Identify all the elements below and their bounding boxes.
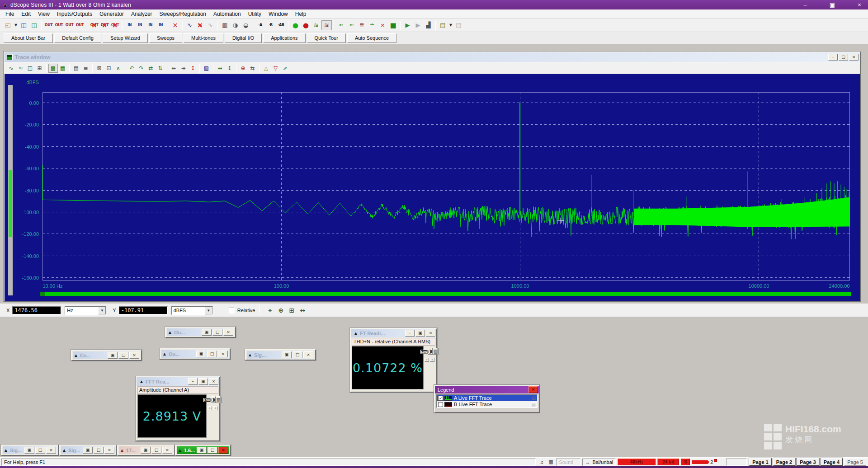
clipboard-icon[interactable]: ▤ (532, 396, 536, 401)
restore-button[interactable]: ▣ (108, 352, 118, 359)
chevron-down-icon[interactable]: ▼ (205, 307, 212, 314)
split-y-icon[interactable]: ↕ (225, 64, 234, 73)
channel-b-button[interactable]: ·B (265, 20, 276, 30)
main-titlebar[interactable]: ▲ dScope Series III - 1 Watt over 8 Ohm … (0, 0, 868, 9)
internal-meter-button[interactable]: ▥ (220, 20, 230, 30)
page-tab[interactable]: Page 4 (821, 458, 843, 466)
userbar-button[interactable]: Quick Tour (307, 33, 346, 43)
analog-view-button[interactable]: ◑ (211, 396, 216, 403)
redo-view-icon[interactable]: ↷ (137, 64, 146, 73)
properties-button[interactable]: ▨ (216, 396, 221, 403)
cursor-center-button[interactable]: ⊕ (275, 305, 286, 315)
y-value-field[interactable] (119, 306, 168, 314)
table-view-icon[interactable]: ▤ (71, 64, 81, 73)
add-trace-icon[interactable]: ∿ (6, 64, 16, 73)
restore-button[interactable]: ▣ (83, 447, 93, 454)
script-edit-button[interactable]: ≋ (321, 20, 332, 30)
report-disabled-button[interactable]: ▤ (453, 20, 464, 30)
userbar-button[interactable]: Default Config (54, 33, 101, 43)
output-route-button[interactable]: OUT (75, 20, 85, 30)
export-trace-icon[interactable]: ⇗ (280, 64, 290, 73)
minimized-window-17[interactable]: ▲ 17... ▣ □ × (117, 445, 175, 456)
disconnect-button[interactable]: × (170, 20, 180, 30)
marker-add-icon[interactable]: ⊕ (238, 64, 248, 73)
minimized-window-signal3[interactable]: ▲ Sig... ▣ □ × (59, 445, 117, 456)
save-trace-icon[interactable]: ◫ (25, 64, 35, 73)
display-monitor-icon[interactable]: ▦ (546, 459, 555, 465)
cursor-split-button[interactable]: ↔ (297, 305, 308, 315)
regulation-button[interactable]: ≐ (367, 20, 377, 30)
menu-item[interactable]: View (34, 10, 53, 18)
clipboard-icon[interactable]: ▤ (532, 402, 536, 407)
menu-item[interactable]: Edit (18, 10, 34, 18)
minimized-window-output2[interactable]: ▲ Ou... ▣ □ × (160, 348, 231, 360)
close-icon[interactable]: × (528, 386, 538, 393)
channel-ab-button[interactable]: ·AB (276, 20, 286, 30)
legend-row-b[interactable]: B Live FFT Trace ▤ (437, 401, 537, 407)
run-button[interactable]: ● (290, 20, 301, 30)
trace-maximize-button[interactable]: □ (839, 54, 848, 61)
maximize-button[interactable]: □ (118, 352, 128, 359)
page-tab[interactable]: Page 5 (844, 458, 866, 466)
analog-meter-button[interactable]: ◑ (230, 20, 241, 30)
fft-reading-titlebar[interactable]: ▲ FT Readi... – ▣ × (351, 329, 436, 337)
minimize-button[interactable]: – (188, 378, 198, 385)
sweep-open-button[interactable]: ≈ (346, 20, 357, 30)
expand-y-icon[interactable]: ⇅ (156, 64, 165, 73)
trace-info-icon[interactable]: ▧ (202, 64, 211, 73)
grid-settings-icon[interactable]: ≡ (81, 64, 90, 73)
save-config-button[interactable]: ◫ (19, 20, 29, 30)
marker-swap-icon[interactable]: ⇆ (248, 64, 257, 73)
fft-reading-titlebar[interactable]: ▲ FFT Rea... – ▣ × (137, 377, 219, 386)
userbar-button[interactable]: Setup Wizard (103, 33, 148, 43)
open-config-button[interactable]: ◱ (3, 20, 13, 30)
y-unit-select[interactable]: dBFS ▼ (171, 306, 213, 315)
live-trace-icon[interactable]: ≈ (16, 64, 25, 73)
maximize-button[interactable]: □ (212, 329, 222, 336)
script-run-button[interactable]: ≋ (311, 20, 321, 30)
close-button[interactable]: × (46, 447, 56, 454)
split-x-icon[interactable]: ↔ (215, 64, 225, 73)
userbar-button[interactable]: Sweeps (149, 33, 182, 43)
output-mute-b-button[interactable]: OUT (99, 20, 110, 30)
close-button[interactable]: × (104, 447, 114, 454)
x-unit-select[interactable]: Hz ▼ (65, 306, 106, 315)
maximize-button[interactable]: □ (208, 447, 217, 454)
trace-close-button[interactable]: × (849, 54, 859, 61)
menu-item[interactable]: Window (265, 10, 292, 18)
menu-item[interactable]: Automation (210, 10, 245, 18)
input-level-button[interactable]: IN (145, 20, 156, 30)
close-button[interactable]: × (218, 351, 228, 357)
close-button[interactable]: × (223, 329, 233, 336)
menu-item[interactable]: Utility (245, 10, 265, 18)
minimized-window-signal[interactable]: ▲ Sig... ▣ □ × (245, 349, 316, 360)
restore-button[interactable]: ▣ (197, 447, 207, 454)
minimized-window-output[interactable]: ▲ Ou... ▣ □ × (165, 327, 236, 338)
trace-b-checkbox[interactable] (438, 402, 443, 407)
autoscale-icon[interactable]: ∧ (113, 64, 123, 73)
menu-item[interactable]: File (2, 10, 18, 18)
minimized-window-active-16[interactable]: ▲ 1.6... ▣ □ × (175, 445, 231, 456)
restore-button[interactable]: ▣ (24, 447, 34, 454)
output-level-button[interactable]: OUT (64, 20, 75, 30)
fft-window-button[interactable]: ■ (388, 20, 398, 30)
restore-button[interactable]: ▣ (826, 1, 838, 8)
trace-plot-canvas[interactable] (5, 74, 860, 301)
x-value-field[interactable] (12, 306, 61, 314)
maximize-button[interactable]: □ (292, 351, 302, 358)
close-button[interactable]: × (426, 330, 435, 337)
cursor-left-icon[interactable]: ↞ (169, 64, 179, 73)
close-button[interactable]: × (303, 351, 313, 358)
log-scale-button[interactable]: LOG (203, 398, 211, 402)
restore-button[interactable]: ▣ (198, 378, 208, 385)
maximize-button[interactable]: □ (35, 447, 45, 454)
close-button[interactable]: × (129, 352, 139, 359)
input-route-button[interactable]: IN (156, 20, 166, 30)
meter-setup-button[interactable]: ◒ (241, 20, 251, 30)
output-wave-button[interactable]: OUT (54, 20, 64, 30)
restore-button[interactable]: ▣ (202, 329, 212, 336)
legend-row-a[interactable]: ✓ A Live FFT Trace ▤ (437, 395, 537, 401)
fit-trace-icon[interactable]: ↕ (188, 64, 198, 73)
maximize-button[interactable]: □ (207, 351, 217, 357)
userbar-button[interactable]: About User Bar (4, 33, 53, 43)
